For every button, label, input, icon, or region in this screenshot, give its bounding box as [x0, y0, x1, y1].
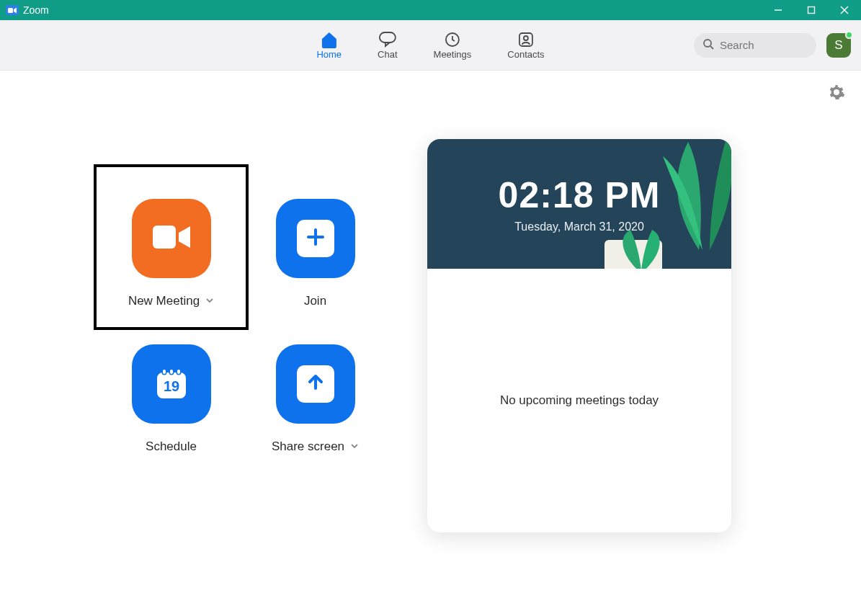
- new-meeting-button[interactable]: [132, 199, 211, 278]
- tile-join: Join: [249, 164, 382, 330]
- chevron-down-icon[interactable]: [205, 294, 214, 308]
- card-body: No upcoming meetings today: [427, 269, 731, 532]
- calendar-day: 19: [163, 378, 179, 394]
- main-toolbar: Home Chat Meetings Contacts: [0, 20, 861, 71]
- zoom-app-icon: [6, 5, 19, 15]
- clock-time: 02:18 PM: [499, 174, 661, 216]
- tab-meetings[interactable]: Meetings: [434, 30, 472, 60]
- no-meetings-text: No upcoming meetings today: [500, 393, 659, 408]
- tab-label: Home: [316, 49, 342, 60]
- plus-icon: [305, 226, 326, 251]
- maximize-button[interactable]: [795, 0, 828, 20]
- schedule-label: Schedule: [146, 439, 197, 454]
- video-icon: [150, 221, 193, 256]
- svg-rect-0: [8, 8, 13, 13]
- arrow-up-icon: [305, 372, 326, 396]
- svg-rect-7: [519, 33, 532, 46]
- nav-tabs: Home Chat Meetings Contacts: [316, 30, 544, 60]
- tab-label: Meetings: [434, 49, 472, 60]
- tab-label: Chat: [378, 49, 397, 60]
- contacts-icon: [517, 30, 535, 49]
- tab-contacts[interactable]: Contacts: [507, 30, 544, 60]
- join-button[interactable]: [276, 199, 355, 278]
- search-icon: [702, 38, 714, 52]
- chevron-down-icon[interactable]: [350, 439, 359, 454]
- svg-rect-19: [170, 370, 173, 374]
- calendar-icon: 19: [150, 361, 193, 407]
- share-screen-label: Share screen: [272, 439, 344, 454]
- tab-home[interactable]: Home: [316, 30, 342, 60]
- chat-icon: [378, 30, 397, 49]
- action-grid: New Meeting Join: [94, 164, 382, 474]
- search-input[interactable]: [720, 39, 808, 51]
- svg-point-8: [524, 36, 528, 40]
- svg-rect-20: [177, 370, 180, 374]
- upcoming-card: 02:18 PM Tuesday, March 31, 2020 No upco…: [427, 139, 731, 532]
- svg-line-10: [710, 46, 713, 49]
- svg-rect-5: [380, 32, 396, 43]
- avatar-initial: S: [834, 38, 842, 53]
- tile-share-screen: Share screen: [249, 330, 382, 474]
- content-area: New Meeting Join: [0, 71, 861, 616]
- window-title: Zoom: [23, 4, 49, 16]
- avatar[interactable]: S: [826, 33, 851, 58]
- close-button[interactable]: [828, 0, 861, 20]
- join-label: Join: [304, 294, 326, 308]
- schedule-button[interactable]: 19: [132, 344, 211, 424]
- new-meeting-label: New Meeting: [128, 294, 200, 308]
- home-icon: [320, 30, 339, 49]
- tab-label: Contacts: [507, 49, 544, 60]
- minimize-button[interactable]: [762, 0, 795, 20]
- svg-rect-18: [163, 370, 166, 374]
- clock-icon: [444, 30, 461, 49]
- card-hero: 02:18 PM Tuesday, March 31, 2020: [427, 139, 731, 269]
- plant-decoration-icon: [616, 230, 666, 269]
- settings-button[interactable]: [828, 84, 845, 104]
- tile-new-meeting: New Meeting: [94, 164, 249, 330]
- share-screen-button[interactable]: [276, 344, 355, 424]
- window-controls: [762, 0, 861, 20]
- tab-chat[interactable]: Chat: [378, 30, 397, 60]
- tile-schedule: 19 Schedule: [94, 330, 249, 474]
- plant-decoration-icon: [659, 139, 731, 250]
- title-bar: Zoom: [0, 0, 861, 20]
- svg-rect-11: [153, 226, 176, 249]
- presence-indicator: [845, 31, 853, 39]
- svg-point-9: [704, 40, 711, 47]
- svg-rect-2: [808, 7, 815, 14]
- search-box[interactable]: [694, 33, 816, 58]
